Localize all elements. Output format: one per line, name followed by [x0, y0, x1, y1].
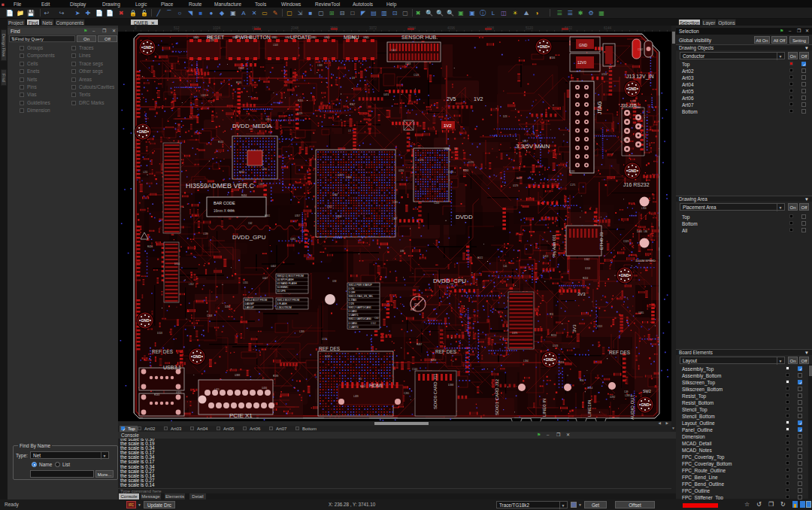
svg-text:C384: C384	[448, 171, 454, 174]
svg-text:UPDATE: UPDATE	[290, 35, 311, 40]
svg-text:D178: D178	[553, 345, 559, 348]
svg-text:L86: L86	[644, 230, 647, 233]
svg-text:C62: C62	[248, 222, 253, 225]
svg-text:U183: U183	[405, 62, 411, 65]
svg-text:0 AS:MP: 0 AS:MP	[245, 302, 254, 305]
svg-text:U402: U402	[271, 265, 277, 268]
svg-text:GND: GND	[579, 43, 588, 47]
svg-text:SW2.1 UART0/CAN0: SW2.1 UART0/CAN0	[349, 317, 371, 320]
svg-text:U113: U113	[597, 325, 602, 328]
svg-text:0 ON: 0 ON	[349, 287, 355, 290]
svg-text:U408: U408	[517, 177, 523, 180]
svg-text:GND: GND	[641, 402, 650, 407]
svg-text:D466: D466	[637, 230, 643, 233]
svg-text:U58: U58	[332, 280, 337, 283]
svg-text:BAR CODE: BAR CODE	[214, 201, 235, 205]
svg-text:1 OFF: 1 OFF	[349, 291, 356, 294]
svg-text:U5: U5	[359, 378, 362, 381]
svg-text:L269: L269	[299, 330, 304, 333]
svg-text:0 CAN0: 0 CAN0	[349, 322, 357, 325]
svg-text:REF DES: REF DES	[152, 349, 174, 354]
svg-text:0 CAN1: 0 CAN1	[349, 310, 357, 313]
svg-text:AUDIO OUT: AUDIO OUT	[630, 394, 635, 420]
svg-text:L187: L187	[259, 183, 264, 186]
svg-text:R341: R341	[265, 214, 271, 217]
svg-text:GND: GND	[545, 357, 554, 362]
svg-text:GND: GND	[324, 36, 330, 39]
svg-text:GND: GND	[193, 36, 199, 39]
svg-text:L139: L139	[203, 232, 208, 235]
svg-text:GND: GND	[311, 36, 317, 39]
svg-text:SW2.4 PWR STARUP: SW2.4 PWR STARUP	[349, 284, 372, 287]
svg-text:MENU: MENU	[344, 35, 359, 40]
svg-text:SENSOR HUB.: SENSOR HUB.	[401, 35, 438, 40]
svg-text:U254: U254	[229, 209, 235, 212]
svg-text:GND: GND	[271, 36, 277, 39]
svg-text:R410: R410	[147, 245, 153, 248]
svg-text:10 EMMC: 10 EMMC	[277, 286, 289, 289]
svg-text:R205: R205	[298, 99, 304, 102]
svg-text:GND: GND	[143, 45, 152, 50]
svg-text:J16 RS232: J16 RS232	[623, 182, 650, 187]
svg-text:0 FLASH: 0 FLASH	[277, 302, 288, 305]
svg-text:SW2.3 JTAG_I2S_SEL: SW2.3 JTAG_I2S_SEL	[349, 295, 374, 298]
svg-text:GND: GND	[192, 354, 201, 359]
svg-text:3V3: 3V3	[577, 292, 586, 296]
svg-text:R183: R183	[154, 393, 160, 396]
svg-text:D133: D133	[569, 170, 575, 173]
svg-text:DVDD: DVDD	[456, 214, 473, 220]
svg-text:1 UART1: 1 UART1	[349, 314, 359, 317]
svg-text:USB3.1: USB3.1	[163, 365, 181, 370]
svg-text:C140: C140	[412, 368, 418, 371]
svg-text:U388: U388	[235, 374, 241, 377]
svg-text:U357: U357	[295, 214, 301, 217]
svg-text:2V5: 2V5	[447, 96, 456, 102]
svg-text:D156: D156	[174, 263, 180, 266]
svg-text:JTAG: JTAG	[597, 102, 602, 114]
svg-text:GND: GND	[539, 44, 548, 49]
svg-text:D453: D453	[543, 255, 549, 258]
svg-text:GND: GND	[628, 87, 637, 91]
svg-text:PWR BUTTON: PWR BUTTON	[235, 35, 271, 40]
svg-text:1V2: 1V2	[474, 96, 483, 102]
svg-text:C128: C128	[414, 74, 420, 77]
svg-text:D342: D342	[584, 258, 590, 261]
svg-text:R224: R224	[583, 277, 589, 280]
svg-text:D294: D294	[225, 305, 231, 308]
svg-text:U436: U436	[262, 387, 268, 390]
svg-text:R274: R274	[559, 361, 565, 364]
svg-text:C175: C175	[418, 159, 424, 162]
svg-text:00 SPI FLASH: 00 SPI FLASH	[277, 278, 295, 281]
svg-text:C162: C162	[638, 48, 644, 51]
svg-text:U482: U482	[290, 238, 296, 241]
svg-text:L3: L3	[348, 129, 351, 132]
svg-text:R145: R145	[236, 81, 242, 84]
svg-text:P6: P6	[414, 302, 420, 307]
svg-text:L312: L312	[189, 283, 194, 286]
svg-text:0 JTAG: 0 JTAG	[349, 299, 357, 302]
svg-text:HI3559ADMEB VER.C: HI3559ADMEB VER.C	[186, 182, 255, 190]
svg-text:L228: L228	[209, 39, 214, 42]
svg-text:D379: D379	[512, 332, 518, 335]
svg-text:SDIO0 CARD J11: SDIO0 CARD J11	[433, 373, 438, 409]
svg-text:SW1.4 BOOT FROM: SW1.4 BOOT FROM	[245, 299, 268, 302]
svg-text:HDMI: HDMI	[369, 383, 383, 388]
svg-text:R400: R400	[360, 385, 366, 388]
svg-text:R367: R367	[350, 103, 356, 106]
svg-text:GND: GND	[141, 318, 150, 323]
svg-text:R56: R56	[580, 379, 584, 382]
svg-text:L325: L325	[214, 388, 220, 391]
svg-text:D248: D248	[325, 355, 331, 358]
svg-text:DVDD_GPU: DVDD_GPU	[232, 234, 266, 241]
svg-text:L105: L105	[445, 147, 450, 150]
svg-text:REF DES: REF DES	[609, 350, 631, 355]
svg-text:R224: R224	[551, 334, 557, 337]
svg-text:U175: U175	[322, 338, 328, 341]
svg-text:REF DES: REF DES	[319, 346, 341, 351]
svg-text:R335: R335	[239, 171, 245, 174]
svg-text:L439: L439	[353, 395, 359, 398]
svg-text:C244: C244	[635, 106, 641, 109]
svg-text:C448: C448	[238, 67, 244, 70]
svg-text:U474: U474	[383, 93, 389, 96]
svg-text:L155: L155	[243, 281, 248, 284]
